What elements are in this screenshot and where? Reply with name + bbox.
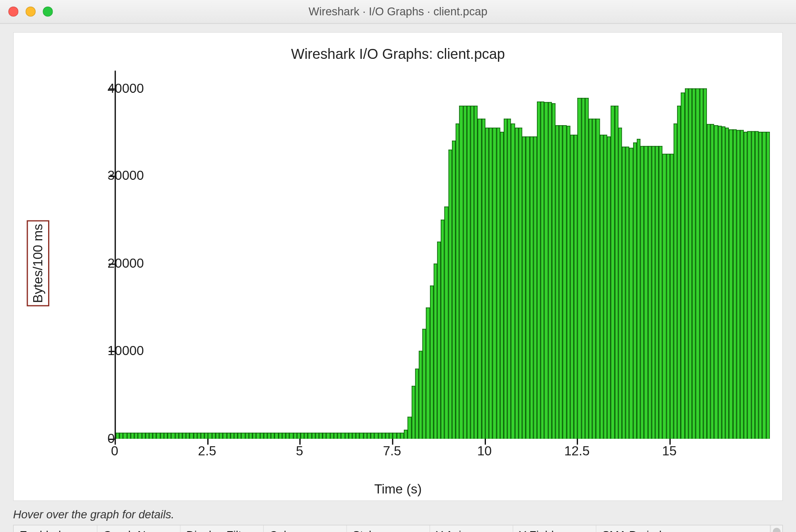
col-sma-period[interactable]: SMA Period	[596, 525, 770, 532]
col-y-axis[interactable]: Y Axis	[430, 525, 513, 532]
col-color[interactable]: Color	[263, 525, 347, 532]
bar	[604, 135, 607, 439]
x-tick-label: 7.5	[383, 443, 401, 459]
bar	[419, 351, 422, 438]
bar	[585, 98, 589, 439]
bar	[611, 106, 614, 439]
bar	[655, 146, 659, 438]
x-tick-label: 2.5	[198, 443, 216, 459]
bar	[127, 433, 131, 439]
bar	[637, 139, 641, 438]
bar	[167, 433, 171, 439]
bar	[467, 106, 471, 439]
bar	[696, 88, 699, 439]
table-scrollbar[interactable]	[770, 525, 782, 532]
bar	[559, 125, 563, 439]
bar	[319, 433, 323, 439]
bar	[663, 154, 666, 438]
bar	[434, 264, 437, 439]
bar	[755, 131, 759, 438]
bar	[374, 433, 378, 439]
bar	[326, 433, 330, 439]
bar	[201, 433, 204, 439]
zoom-window-button[interactable]	[43, 7, 53, 17]
bar	[722, 127, 726, 439]
bar	[282, 433, 286, 439]
bar	[359, 433, 363, 439]
bar	[471, 106, 474, 439]
bar	[378, 433, 382, 439]
minimize-window-button[interactable]	[26, 7, 36, 17]
bar	[589, 119, 592, 439]
bar	[529, 136, 533, 439]
bar	[618, 128, 622, 439]
bar	[301, 433, 304, 439]
bar	[718, 126, 722, 439]
bar	[444, 206, 448, 438]
bar	[382, 433, 386, 439]
bar	[493, 128, 496, 439]
bar	[153, 433, 156, 439]
scrollbar-thumb[interactable]	[773, 528, 781, 532]
bar	[312, 433, 315, 439]
plot-area[interactable]: 01000020000300004000002.557.51012.515	[115, 71, 769, 459]
bar	[666, 154, 670, 438]
bar	[249, 433, 252, 439]
bar	[393, 433, 397, 439]
bar	[408, 417, 411, 439]
bar	[507, 119, 511, 439]
bar	[736, 130, 740, 438]
bar	[278, 433, 282, 439]
x-tick-label: 12.5	[564, 443, 590, 459]
bar	[289, 433, 293, 439]
bar	[182, 433, 186, 439]
graph-table[interactable]: EnabledGraph NameDisplay FilterColorStyl…	[13, 525, 783, 532]
bar	[522, 136, 526, 439]
bar	[349, 433, 352, 439]
bar	[334, 433, 337, 439]
bar	[149, 433, 153, 439]
bar	[231, 433, 234, 439]
bar	[293, 433, 297, 439]
col-enabled[interactable]: Enabled	[14, 525, 97, 532]
bar	[245, 433, 249, 439]
bar	[563, 125, 567, 439]
bar	[659, 146, 663, 438]
bar	[119, 433, 123, 439]
bar	[641, 146, 644, 438]
col-display-filter[interactable]: Display Filter	[180, 525, 263, 532]
bar	[142, 433, 146, 439]
col-style[interactable]: Style	[346, 525, 430, 532]
bar	[556, 125, 559, 439]
bar	[726, 128, 729, 439]
bar	[345, 433, 349, 439]
bar	[260, 433, 264, 439]
bar	[766, 132, 770, 439]
bar	[511, 123, 515, 438]
col-y-field[interactable]: Y Field	[513, 525, 596, 532]
traffic-lights	[8, 7, 53, 17]
close-window-button[interactable]	[8, 7, 18, 17]
bar	[330, 433, 334, 439]
bar	[644, 146, 648, 438]
io-graph[interactable]: Wireshark I/O Graphs: client.pcap Bytes/…	[13, 32, 783, 501]
bar	[337, 433, 341, 439]
col-graph-name[interactable]: Graph Name	[97, 525, 180, 532]
bar	[275, 433, 279, 439]
bar	[426, 307, 430, 439]
bar	[386, 433, 389, 439]
bar	[175, 433, 179, 439]
bar	[146, 433, 149, 439]
bar	[219, 433, 223, 439]
bar	[297, 433, 301, 439]
bar	[626, 147, 629, 439]
bar	[482, 119, 485, 439]
bar	[729, 129, 733, 439]
bar	[677, 106, 681, 439]
bar	[733, 129, 736, 439]
bar	[670, 154, 674, 438]
titlebar: Wireshark · I/O Graphs · client.pcap	[0, 0, 796, 24]
bar	[622, 147, 626, 439]
bar	[430, 285, 434, 439]
bar	[544, 102, 548, 439]
